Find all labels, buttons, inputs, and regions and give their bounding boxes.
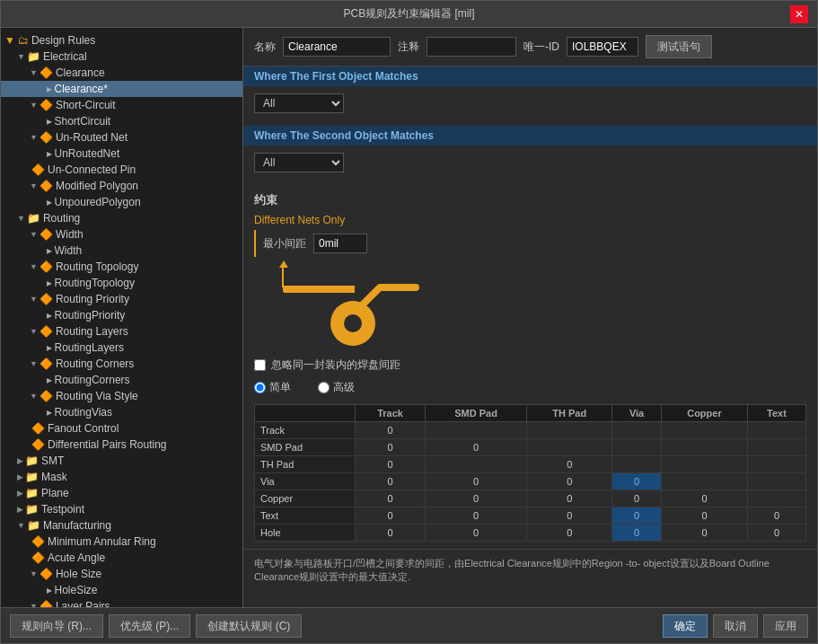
cell[interactable]: 0 bbox=[527, 525, 612, 542]
tree-item-un-routed-net-group[interactable]: ▼🔶Un-Routed Net bbox=[1, 129, 242, 146]
tree-item-short-circuit-item[interactable]: ▸ShortCircuit bbox=[1, 113, 242, 129]
cell[interactable]: 0 bbox=[661, 507, 747, 525]
tree-item-routing-corners-group[interactable]: ▼🔶Routing Corners bbox=[1, 356, 242, 372]
cancel-button[interactable]: 取消 bbox=[713, 614, 758, 638]
tree-item-design-rules[interactable]: ▼🗂Design Rules bbox=[1, 32, 242, 49]
tree-item-clearance-group[interactable]: ▼🔶Clearance bbox=[1, 65, 242, 81]
comment-input[interactable] bbox=[427, 37, 516, 57]
radio-simple[interactable] bbox=[254, 382, 266, 393]
cell[interactable]: 0 bbox=[747, 507, 805, 525]
cell[interactable]: 0 bbox=[747, 525, 805, 542]
cell[interactable]: 0 bbox=[356, 422, 426, 439]
cell[interactable] bbox=[661, 422, 747, 439]
min-clearance-input[interactable] bbox=[313, 234, 367, 253]
tree-item-routing-via-style-group[interactable]: ▼🔶Routing Via Style bbox=[1, 388, 242, 404]
cell[interactable]: 0 bbox=[425, 473, 526, 490]
cell[interactable] bbox=[747, 473, 805, 490]
tree-item-clearance-item[interactable]: ▸Clearance* bbox=[1, 81, 242, 97]
cell[interactable]: 0 bbox=[356, 456, 426, 473]
ignore-checkbox[interactable] bbox=[254, 359, 266, 371]
tree-item-plane[interactable]: ▶📁Plane bbox=[1, 485, 242, 501]
tree-item-routing-vias-item[interactable]: ▸RoutingVias bbox=[1, 404, 242, 420]
radio-advanced[interactable] bbox=[318, 382, 330, 393]
priorities-button[interactable]: 优先级 (P)... bbox=[109, 614, 190, 638]
cell[interactable]: 0 bbox=[425, 507, 526, 525]
tree-item-layer-pairs-group[interactable]: ▼🔶Layer Pairs bbox=[1, 598, 242, 607]
cell[interactable]: 0 bbox=[661, 525, 747, 542]
tree-item-un-connected-pin[interactable]: 🔶Un-Connected Pin bbox=[1, 162, 242, 178]
close-button[interactable]: ✕ bbox=[790, 5, 808, 23]
cell[interactable]: 0 bbox=[356, 507, 426, 525]
tree-item-min-annular-ring[interactable]: 🔶Minimum Annular Ring bbox=[1, 534, 242, 550]
apply-button[interactable]: 应用 bbox=[763, 614, 808, 638]
cell[interactable] bbox=[661, 456, 747, 473]
tree-item-manufacturing[interactable]: ▼📁Manufacturing bbox=[1, 517, 242, 534]
ignore-checkbox-label[interactable]: 忽略同一封装内的焊盘间距 bbox=[271, 357, 400, 373]
tree-item-smt[interactable]: ▶📁SMT bbox=[1, 453, 242, 469]
cell[interactable]: 0 bbox=[356, 525, 426, 542]
cell[interactable]: 0 bbox=[527, 473, 612, 490]
tree-item-routing-priority-group[interactable]: ▼🔶Routing Priority bbox=[1, 291, 242, 307]
cell[interactable] bbox=[661, 473, 747, 490]
cell[interactable] bbox=[425, 422, 526, 439]
cell[interactable] bbox=[747, 422, 805, 439]
cell[interactable] bbox=[425, 456, 526, 473]
tree-item-differential-pairs[interactable]: 🔶Differential Pairs Routing bbox=[1, 437, 242, 453]
tree-item-routing-priority-item[interactable]: ▸RoutingPriority bbox=[1, 307, 242, 323]
tree-item-routing-layers-group[interactable]: ▼🔶Routing Layers bbox=[1, 323, 242, 340]
radio-advanced-label[interactable]: 高级 bbox=[318, 380, 355, 395]
cell[interactable]: 0 bbox=[612, 490, 662, 507]
rules-wizard-button[interactable]: 规则向导 (R)... bbox=[10, 614, 103, 638]
tree-item-fanout-control[interactable]: 🔶Fanout Control bbox=[1, 420, 242, 437]
cell[interactable]: 0 bbox=[527, 507, 612, 525]
tree-item-routing-layers-item[interactable]: ▸RoutingLayers bbox=[1, 340, 242, 356]
tree-item-routing[interactable]: ▼📁Routing bbox=[1, 210, 242, 226]
tree-item-label: Manufacturing bbox=[43, 519, 111, 532]
tree-item-un-routed-net-item[interactable]: ▸UnRoutedNet bbox=[1, 146, 242, 162]
cell[interactable]: 0 bbox=[527, 456, 612, 473]
tree-item-mask[interactable]: ▶📁Mask bbox=[1, 469, 242, 485]
tree-item-routing-corners-item[interactable]: ▸RoutingCorners bbox=[1, 372, 242, 388]
cell[interactable]: 0 bbox=[356, 439, 426, 456]
cell[interactable]: 0 bbox=[612, 473, 662, 490]
cell[interactable] bbox=[527, 422, 612, 439]
cell[interactable]: 0 bbox=[356, 473, 426, 490]
tree-item-electrical[interactable]: ▼📁Electrical bbox=[1, 49, 242, 65]
tree-item-unpoured-polygon[interactable]: ▸UnpouredPolygon bbox=[1, 194, 242, 210]
create-default-button[interactable]: 创建默认规则 (C) bbox=[196, 614, 302, 638]
cell[interactable] bbox=[612, 422, 662, 439]
cell[interactable]: 0 bbox=[356, 490, 426, 507]
test-button[interactable]: 测试语句 bbox=[646, 35, 712, 58]
cell[interactable] bbox=[661, 439, 747, 456]
cell[interactable]: 0 bbox=[661, 490, 747, 507]
cell[interactable] bbox=[612, 439, 662, 456]
tree-item-routing-topology-group[interactable]: ▼🔶Routing Topology bbox=[1, 259, 242, 275]
tree-item-testpoint[interactable]: ▶📁Testpoint bbox=[1, 501, 242, 517]
second-object-dropdown[interactable]: All Net Net Class bbox=[254, 153, 344, 172]
tree-item-width-group[interactable]: ▼🔶Width bbox=[1, 226, 242, 243]
cell[interactable] bbox=[747, 439, 805, 456]
tree-item-hole-size-item[interactable]: ▸HoleSize bbox=[1, 582, 242, 598]
cell[interactable]: 0 bbox=[425, 525, 526, 542]
cell[interactable] bbox=[747, 490, 805, 507]
cell[interactable]: 0 bbox=[527, 490, 612, 507]
name-input[interactable] bbox=[283, 37, 391, 57]
tree-item-width-item[interactable]: ▸Width bbox=[1, 243, 242, 259]
tree-item-acute-angle[interactable]: 🔶Acute Angle bbox=[1, 550, 242, 566]
ok-button[interactable]: 确定 bbox=[663, 614, 708, 638]
first-object-dropdown[interactable]: All Net Net Class bbox=[254, 93, 344, 113]
cell[interactable]: 0 bbox=[612, 525, 662, 542]
cell[interactable] bbox=[527, 439, 612, 456]
cell[interactable] bbox=[747, 456, 805, 473]
unique-id-input[interactable] bbox=[567, 37, 638, 57]
different-nets-label: Different Nets Only bbox=[254, 214, 806, 226]
cell[interactable]: 0 bbox=[612, 507, 662, 525]
cell[interactable]: 0 bbox=[425, 490, 526, 507]
radio-simple-label[interactable]: 简单 bbox=[254, 380, 291, 395]
tree-item-routing-topology-item[interactable]: ▸RoutingTopology bbox=[1, 275, 242, 291]
tree-item-short-circuit-group[interactable]: ▼🔶Short-Circuit bbox=[1, 97, 242, 113]
tree-item-modified-polygon[interactable]: ▼🔶Modified Polygon bbox=[1, 178, 242, 194]
cell[interactable]: 0 bbox=[425, 439, 526, 456]
tree-item-hole-size-group[interactable]: ▼🔶Hole Size bbox=[1, 566, 242, 582]
cell[interactable] bbox=[612, 456, 662, 473]
